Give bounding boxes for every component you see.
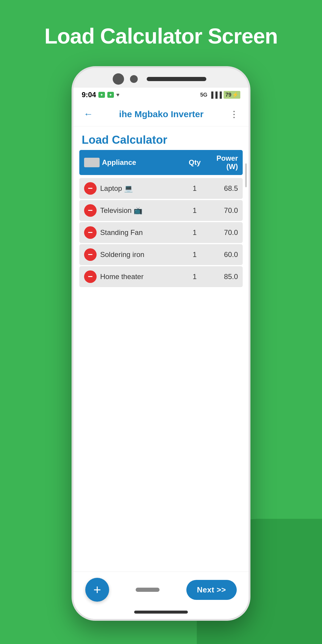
row-qty-value: 1	[184, 273, 205, 281]
status-bar: 9:04 ✦ ✦ ♥ 5G ▐▐▐ 79 ⚡	[73, 88, 249, 102]
remove-row-button[interactable]: −	[84, 270, 97, 283]
row-power-value: 70.0	[205, 228, 238, 237]
scroll-indicator	[245, 163, 247, 187]
table-row: − Soldering iron 1 60.0	[79, 244, 243, 265]
status-time: 9:04	[82, 91, 96, 99]
table-row: − Home theater 1 85.0	[79, 266, 243, 287]
app-bar: ← ihe Mgbako Inverter ⋮	[73, 102, 249, 126]
battery-indicator: 79 ⚡	[224, 91, 240, 99]
remove-row-button[interactable]: −	[84, 226, 97, 239]
camera-lens	[113, 73, 124, 85]
row-power-value: 85.0	[205, 273, 238, 281]
table-header: Appliance Qty Power (W)	[79, 150, 243, 175]
remove-row-button[interactable]: −	[84, 182, 97, 195]
header-power: Power (W)	[205, 154, 238, 171]
signal-bars-icon: ▐▐▐	[209, 92, 222, 98]
table-row: − Standing Fan 1 70.0	[79, 222, 243, 243]
row-appliance-name: Television 📺	[100, 206, 184, 215]
header-checkbox	[84, 158, 100, 167]
row-appliance-name: Home theater	[100, 273, 184, 281]
signal-label: 5G	[200, 92, 207, 98]
back-button[interactable]: ←	[80, 107, 96, 121]
bottom-spacer	[73, 288, 249, 572]
table-body: − Laptop 💻 1 68.5 − Television 📺 1 70.0 …	[73, 177, 249, 288]
notification-icon-1: ✦	[98, 92, 105, 98]
row-power-value: 70.0	[205, 206, 238, 215]
table-row: − Television 📺 1 70.0	[79, 200, 243, 221]
page-title: Load Calculator	[73, 126, 249, 150]
row-power-value: 68.5	[205, 184, 238, 193]
next-button[interactable]: Next >>	[186, 580, 237, 600]
home-bar	[134, 611, 188, 614]
phone-mockup: 9:04 ✦ ✦ ♥ 5G ▐▐▐ 79 ⚡	[72, 66, 250, 621]
nav-indicator	[136, 588, 160, 592]
header-appliance: Appliance	[102, 158, 184, 167]
phone-frame: 9:04 ✦ ✦ ♥ 5G ▐▐▐ 79 ⚡	[72, 66, 250, 621]
home-indicator-area	[73, 608, 249, 619]
row-appliance-name: Laptop 💻	[100, 184, 184, 193]
remove-row-button[interactable]: −	[84, 204, 97, 217]
row-qty-value: 1	[184, 184, 205, 193]
screen-title: Load Calculator Screen	[0, 24, 322, 48]
table-row: − Laptop 💻 1 68.5	[79, 178, 243, 199]
battery-level: 79	[225, 92, 231, 98]
row-qty-value: 1	[184, 228, 205, 237]
charging-icon: ⚡	[232, 92, 239, 98]
row-power-value: 60.0	[205, 250, 238, 259]
row-appliance-name: Soldering iron	[100, 250, 184, 259]
bottom-nav: + Next >>	[73, 572, 249, 608]
header-qty: Qty	[184, 158, 205, 167]
status-right: 5G ▐▐▐ 79 ⚡	[200, 91, 240, 99]
row-qty-value: 1	[184, 250, 205, 259]
app-bar-title: ihe Mgbako Inverter	[96, 109, 227, 119]
heart-icon: ♥	[116, 92, 120, 98]
row-appliance-name: Standing Fan	[100, 228, 184, 237]
notch-bar	[147, 77, 206, 81]
phone-top-area	[73, 68, 249, 88]
camera-secondary	[130, 75, 138, 83]
remove-row-button[interactable]: −	[84, 248, 97, 261]
app-content: ← ihe Mgbako Inverter ⋮ Load Calculator …	[73, 102, 249, 619]
status-left: 9:04 ✦ ✦ ♥	[82, 91, 120, 99]
plus-icon: +	[93, 582, 101, 597]
more-options-button[interactable]: ⋮	[227, 108, 242, 120]
add-appliance-button[interactable]: +	[85, 578, 109, 602]
notification-icon-2: ✦	[107, 92, 114, 98]
row-qty-value: 1	[184, 206, 205, 215]
